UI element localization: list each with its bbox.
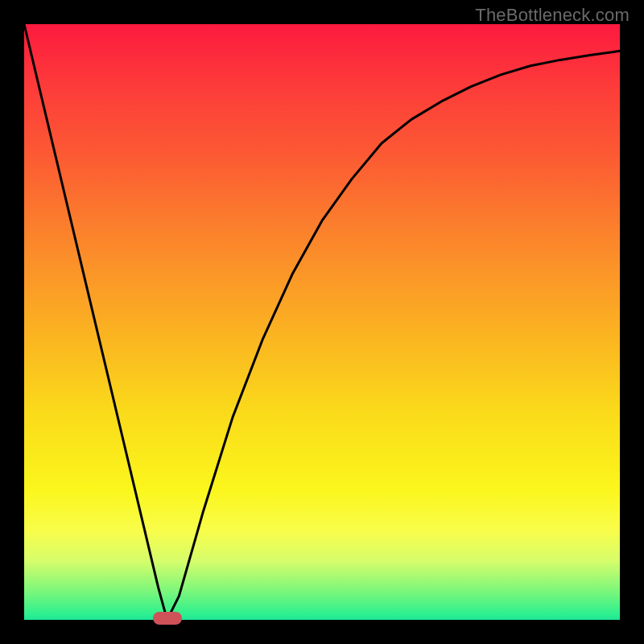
min-marker bbox=[153, 612, 182, 625]
bottleneck-curve bbox=[24, 24, 620, 620]
curve-svg bbox=[24, 24, 620, 620]
chart-frame: TheBottleneck.com bbox=[0, 0, 644, 644]
plot-area bbox=[24, 24, 620, 620]
watermark-text: TheBottleneck.com bbox=[475, 5, 630, 26]
